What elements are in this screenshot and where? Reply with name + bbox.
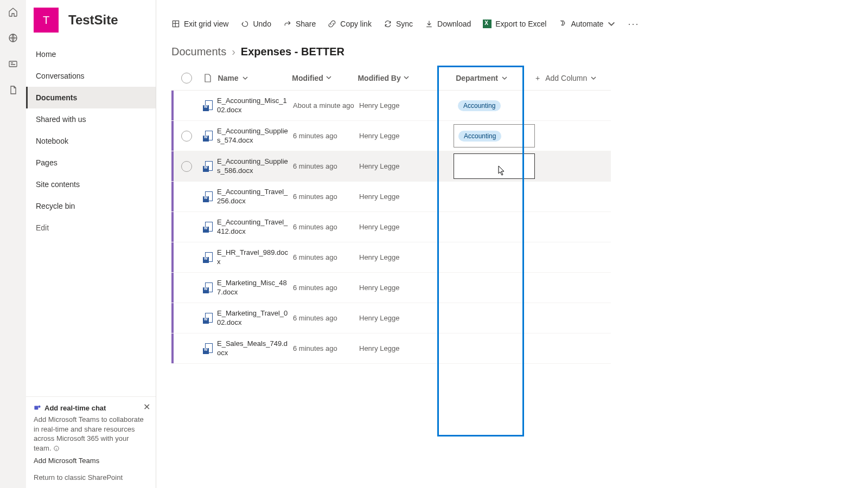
table-row[interactable]: E_HR_Travel_989.docx6 minutes agoHenry L… <box>171 242 611 273</box>
breadcrumb: Documents › Expenses - BETTER <box>156 36 868 66</box>
row-select[interactable] <box>175 91 199 120</box>
command-bar: Exit grid view Undo Share Copy link Sync… <box>156 12 868 36</box>
row-select[interactable] <box>175 303 199 333</box>
modifiedby-cell[interactable]: Henry Legge <box>359 91 451 120</box>
table-row[interactable]: E_Accounting_Misc_102.docxAbout a minute… <box>171 91 611 121</box>
file-name[interactable]: E_Accounting_Supplies_574.docx <box>217 121 293 151</box>
table-row[interactable]: E_Sales_Meals_749.docx6 minutes agoHenry… <box>171 333 611 364</box>
file-name[interactable]: E_Marketing_Travel_002.docx <box>217 303 293 333</box>
chevron-down-icon <box>501 75 508 81</box>
select-all[interactable] <box>175 73 199 84</box>
share-button[interactable]: Share <box>283 20 316 28</box>
modifiedby-cell[interactable]: Henry Legge <box>359 242 451 272</box>
svg-rect-2 <box>34 406 38 410</box>
row-select[interactable] <box>175 242 199 272</box>
close-icon[interactable]: ✕ <box>143 401 150 413</box>
nav-home[interactable]: Home <box>26 43 156 65</box>
modifiedby-header[interactable]: Modified By <box>358 74 449 82</box>
nav-notebook[interactable]: Notebook <box>26 130 156 152</box>
type-header[interactable] <box>199 74 217 82</box>
promo-link[interactable]: Add Microsoft Teams <box>34 456 148 466</box>
add-column-button[interactable]: Add Column <box>535 74 611 82</box>
automate-button[interactable]: Automate <box>558 20 616 28</box>
row-select[interactable] <box>175 212 199 242</box>
file-name[interactable]: E_Marketing_Misc_487.docx <box>217 273 293 303</box>
modifiedby-cell[interactable]: Henry Legge <box>359 303 451 333</box>
modified-cell: 6 minutes ago <box>293 303 359 333</box>
download-button[interactable]: Download <box>425 20 471 28</box>
globe-icon[interactable] <box>8 33 18 43</box>
modified-cell: About a minute ago <box>293 91 359 120</box>
department-cell[interactable] <box>451 212 538 242</box>
modified-cell: 6 minutes ago <box>293 212 359 242</box>
modified-header[interactable]: Modified <box>292 74 358 82</box>
modified-cell: 6 minutes ago <box>293 151 359 181</box>
copy-link-button[interactable]: Copy link <box>328 20 372 28</box>
file-name[interactable]: E_Accounting_Misc_102.docx <box>217 91 293 120</box>
news-icon[interactable] <box>8 59 18 69</box>
file-name[interactable]: E_HR_Travel_989.docx <box>217 242 293 272</box>
row-select[interactable] <box>175 333 199 363</box>
modifiedby-cell[interactable]: Henry Legge <box>359 212 451 242</box>
table-row[interactable]: E_Accounting_Supplies_574.docx6 minutes … <box>171 121 611 151</box>
modifiedby-cell[interactable]: Henry Legge <box>359 273 451 303</box>
breadcrumb-root[interactable]: Documents <box>171 46 226 58</box>
sync-button[interactable]: Sync <box>384 20 413 28</box>
department-cell[interactable] <box>451 182 538 211</box>
exit-grid-button[interactable]: Exit grid view <box>171 20 228 28</box>
svg-point-3 <box>38 406 40 408</box>
file-name[interactable]: E_Sales_Meals_749.docx <box>217 333 293 363</box>
dept-pill: Accounting <box>458 100 501 111</box>
file-icon[interactable] <box>8 85 18 95</box>
row-select[interactable] <box>175 151 199 181</box>
row-select[interactable] <box>175 182 199 211</box>
more-button[interactable]: ··· <box>628 18 639 30</box>
table-row[interactable]: E_Marketing_Misc_487.docx6 minutes agoHe… <box>171 273 611 303</box>
classic-link[interactable]: Return to classic SharePoint <box>26 469 156 488</box>
file-type-icon <box>199 121 217 151</box>
modifiedby-cell[interactable]: Henry Legge <box>359 333 451 363</box>
table-row[interactable]: E_Accounting_Travel_412.docx6 minutes ag… <box>171 212 611 242</box>
nav-recycle-bin[interactable]: Recycle bin <box>26 195 156 217</box>
chevron-down-icon <box>607 20 616 28</box>
modifiedby-cell[interactable]: Henry Legge <box>359 182 451 211</box>
row-select[interactable] <box>175 121 199 151</box>
home-icon[interactable] <box>8 7 18 17</box>
file-name[interactable]: E_Accounting_Travel_412.docx <box>217 212 293 242</box>
modifiedby-cell[interactable]: Henry Legge <box>359 151 451 181</box>
export-excel-button[interactable]: Export to Excel <box>483 20 546 28</box>
modified-cell: 6 minutes ago <box>293 273 359 303</box>
file-type-icon <box>199 182 217 211</box>
nav-documents[interactable]: Documents <box>26 87 156 108</box>
file-type-icon <box>199 273 217 303</box>
site-nav: HomeConversationsDocumentsShared with us… <box>26 40 156 217</box>
table-row[interactable]: E_Marketing_Travel_002.docx6 minutes ago… <box>171 303 611 333</box>
nav-pages[interactable]: Pages <box>26 152 156 174</box>
nav-conversations[interactable]: Conversations <box>26 65 156 87</box>
nav-shared-with-us[interactable]: Shared with us <box>26 108 156 130</box>
file-name[interactable]: E_Accounting_Travel_256.docx <box>217 182 293 211</box>
department-cell-editing[interactable] <box>454 153 535 179</box>
modified-cell: 6 minutes ago <box>293 333 359 363</box>
modifiedby-cell[interactable]: Henry Legge <box>359 121 451 151</box>
department-header[interactable]: Department <box>449 74 535 82</box>
svg-rect-5 <box>173 21 178 27</box>
file-type-icon <box>199 242 217 272</box>
chevron-down-icon <box>326 74 332 81</box>
file-type-icon <box>199 333 217 363</box>
department-cell[interactable] <box>451 333 538 363</box>
department-cell[interactable] <box>451 303 538 333</box>
file-name[interactable]: E_Accounting_Supplies_586.docx <box>217 151 293 181</box>
nav-site-contents[interactable]: Site contents <box>26 174 156 195</box>
promo-title: Add real-time chat <box>34 403 148 413</box>
department-cell[interactable]: Accounting <box>451 91 538 120</box>
department-cell-focused[interactable]: Accounting <box>454 124 535 147</box>
department-cell[interactable] <box>451 242 538 272</box>
table-row[interactable]: E_Accounting_Supplies_586.docx6 minutes … <box>171 151 611 182</box>
department-cell[interactable] <box>451 273 538 303</box>
row-select[interactable] <box>175 273 199 303</box>
table-row[interactable]: E_Accounting_Travel_256.docx6 minutes ag… <box>171 182 611 212</box>
name-header[interactable]: Name <box>216 74 292 82</box>
undo-button[interactable]: Undo <box>240 20 271 28</box>
nav-edit[interactable]: Edit <box>26 217 156 239</box>
